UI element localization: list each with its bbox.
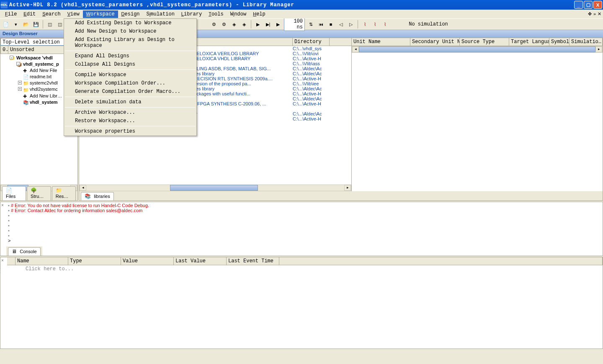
time-stepper-icon[interactable]: ⇅	[307, 20, 315, 28]
menu-simulation[interactable]: Simulation	[143, 10, 178, 18]
menu-workspace[interactable]: Workspace	[83, 10, 118, 18]
step-back-icon[interactable]: ◁	[337, 20, 345, 28]
console-output[interactable]: • # Error: You do not have valid license…	[0, 202, 603, 244]
minimize-button[interactable]: _	[574, 1, 583, 9]
sort-index[interactable]: 0.	[1, 46, 8, 54]
unit-h-scrollbar[interactable]: ◂ ▸	[352, 46, 603, 53]
lib-h-scrollbar[interactable]: ◂ ▸	[79, 185, 351, 191]
watch-col-name[interactable]: Name	[15, 257, 68, 265]
watch-label: Watch	[0, 261, 1, 274]
lib-directory: C:\...\Active-H	[293, 116, 330, 122]
run-icon[interactable]: ▶	[254, 20, 262, 28]
paste-icon[interactable]: ◫	[56, 20, 64, 28]
watch-col-blank[interactable]	[7, 257, 15, 265]
watch-close-icon[interactable]: ×	[1, 258, 4, 263]
col-symbol[interactable]: Symbol	[549, 38, 570, 46]
mdi-close-icon[interactable]: ✕	[598, 11, 601, 17]
lib-directory: C:\...\Active-H	[293, 76, 330, 81]
scroll-thumb[interactable]	[170, 185, 258, 191]
dd-archive-workspace[interactable]: Archive Workspace...	[64, 108, 196, 117]
wave-icon[interactable]: ⌇	[361, 20, 369, 28]
col-directory[interactable]: Directory	[293, 38, 330, 46]
dd-separator	[65, 69, 196, 70]
col-secondary-unit[interactable]: Secondary Unit Name	[410, 38, 460, 46]
watch-col-type[interactable]: Type	[68, 257, 121, 265]
menu-help[interactable]: Help	[250, 10, 269, 18]
toolbar-separator	[43, 20, 43, 28]
new-icon[interactable]: 📄	[2, 20, 10, 28]
dd-delete-sim-data[interactable]: Delete simulation data	[64, 98, 196, 106]
dd-separator	[65, 51, 196, 51]
compile-all-icon[interactable]: ⚙	[220, 20, 228, 28]
expand-icon[interactable]: +	[18, 87, 22, 91]
tab-libraries[interactable]: 📚 libraries	[81, 192, 114, 200]
close-button[interactable]: X	[593, 1, 602, 9]
menu-file[interactable]: File	[2, 10, 20, 18]
time-input[interactable]: 100 ns	[284, 18, 305, 31]
compile-icon[interactable]: ⚙	[210, 20, 218, 28]
run-to-icon[interactable]: ▶|	[264, 20, 272, 28]
step-forward-icon[interactable]: ▷	[347, 20, 355, 28]
watch-col-last-event[interactable]: Last Event Time	[227, 257, 279, 265]
col-unit-name[interactable]: Unit Name	[352, 38, 410, 46]
mdi-forward-icon[interactable]: »	[593, 11, 596, 17]
menu-tools[interactable]: Tools	[205, 10, 227, 18]
tab-structure[interactable]: 🌳Stru…	[27, 186, 51, 200]
dd-generate-order-macro[interactable]: Generate Compilation Order Macro...	[64, 87, 196, 96]
restart-icon[interactable]: ⏮	[317, 20, 325, 28]
dd-add-existing-design[interactable]: Add Existing Design to Workspace	[64, 19, 196, 27]
expand-icon[interactable]: -	[16, 62, 20, 66]
watch-placeholder[interactable]: Click here to...	[0, 265, 603, 273]
tab-resources[interactable]: 📁Res…	[52, 186, 76, 200]
wave2-icon[interactable]: ⌇	[371, 20, 379, 28]
scroll-track[interactable]	[86, 185, 170, 191]
menu-design[interactable]: Design	[118, 10, 143, 18]
hierarchy2-icon[interactable]: ◈	[240, 20, 248, 28]
dd-collapse-all[interactable]: Collapse All Designs	[64, 60, 196, 69]
mdi-move-icon[interactable]: ✥	[588, 11, 592, 17]
watch-col-last-value[interactable]: Last Value	[174, 257, 227, 265]
expand-icon[interactable]: +	[18, 81, 22, 85]
toolbar-separator	[251, 20, 251, 28]
menu-edit[interactable]: Edit	[20, 10, 39, 18]
dd-restore-workspace[interactable]: Restore Workspace...	[64, 117, 196, 125]
tab-console[interactable]: 🖥 Console	[8, 247, 41, 256]
chevron-down-icon[interactable]: ▾	[12, 20, 20, 28]
col-simulation[interactable]: Simulatio…	[570, 38, 603, 46]
watch-col-value[interactable]: Value	[121, 257, 174, 265]
menu-search[interactable]: Search	[39, 10, 64, 18]
stop-icon[interactable]: ■	[327, 20, 335, 28]
console-close-icon[interactable]: ×	[1, 203, 4, 208]
col-target-lang[interactable]: Target Language	[509, 38, 549, 46]
copy-icon[interactable]: ◫	[46, 20, 54, 28]
dd-add-existing-library[interactable]: Add Existing Library as Design to Worksp…	[64, 36, 196, 50]
dd-compilation-order[interactable]: Workspace Compilation Order...	[64, 79, 196, 87]
dd-add-new-design[interactable]: Add New Design to Workspace	[64, 27, 196, 36]
title-bar: HDL Active-HDL 8.2 (vhdl_systemc_paramet…	[0, 0, 603, 10]
scroll-left-icon[interactable]: ◂	[80, 185, 86, 191]
dd-workspace-properties[interactable]: Workspace properties	[64, 127, 196, 136]
workspace-dropdown: Add Existing Design to Workspace Add New…	[64, 18, 197, 136]
maximize-button[interactable]: ▢	[584, 1, 593, 9]
wave3-icon[interactable]: ⌇	[381, 20, 389, 28]
scroll-right-icon[interactable]: ▸	[344, 185, 351, 191]
menu-window[interactable]: Window	[227, 10, 250, 18]
col-source-type[interactable]: Source Type	[460, 38, 509, 46]
dd-expand-all[interactable]: Expand All Designs	[64, 52, 196, 60]
menu-view[interactable]: View	[64, 10, 83, 18]
menu-library[interactable]: Library	[178, 10, 205, 18]
scroll-right-icon[interactable]: ▸	[595, 46, 602, 52]
scroll-track[interactable]	[258, 185, 344, 191]
lib-directory: C:\...\Aldec\Ac	[293, 111, 330, 116]
expand-icon[interactable]: -	[10, 56, 13, 59]
console-prompt[interactable]: >	[8, 238, 600, 243]
tab-files[interactable]: 📄 Files	[2, 186, 26, 200]
open-icon[interactable]: 📂	[22, 20, 30, 28]
scroll-thumb[interactable]	[359, 46, 595, 52]
tree-item-label: readme.txt	[30, 74, 52, 79]
dd-compile-workspace[interactable]: Compile Workspace	[64, 71, 196, 79]
save-icon[interactable]: 💾	[32, 20, 40, 28]
scroll-left-icon[interactable]: ◂	[352, 46, 359, 52]
hierarchy-icon[interactable]: ◈	[230, 20, 238, 28]
run-for-icon[interactable]: ▶	[274, 20, 282, 28]
